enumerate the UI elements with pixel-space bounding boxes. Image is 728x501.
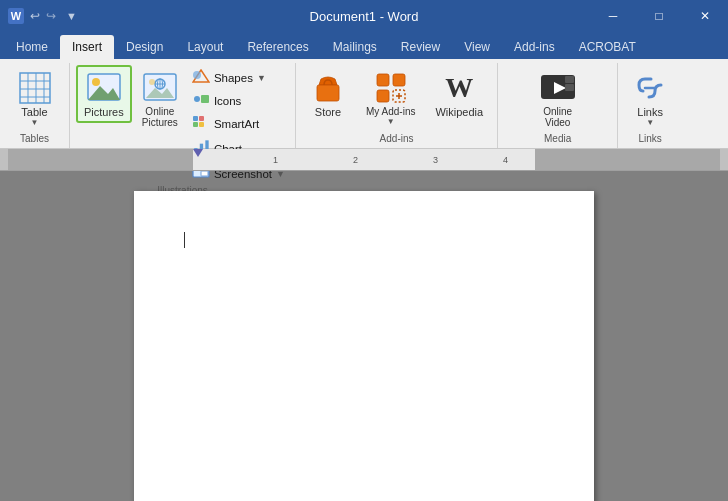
table-grid-svg	[18, 71, 52, 105]
word-icon: W	[8, 8, 24, 24]
media-content: OnlineVideo	[532, 65, 584, 133]
tab-addins[interactable]: Add-ins	[502, 35, 567, 59]
tables-group-label: Tables	[20, 133, 49, 146]
svg-rect-30	[317, 85, 339, 101]
close-btn[interactable]: ✕	[682, 0, 728, 32]
table-icon	[17, 70, 53, 106]
shapes-arrow: ▼	[257, 73, 266, 83]
table-label: Table	[21, 106, 47, 118]
document-area	[0, 171, 728, 501]
ribbon-group-links: Links ▼ Links	[618, 63, 682, 148]
svg-rect-21	[193, 116, 198, 121]
shapes-button[interactable]: Shapes ▼	[188, 67, 289, 89]
tab-layout[interactable]: Layout	[175, 35, 235, 59]
pictures-icon	[86, 70, 122, 106]
addins-content: Store My Add-ins ▼	[302, 65, 491, 133]
svg-point-15	[149, 79, 155, 85]
store-icon	[310, 70, 346, 106]
tab-view[interactable]: View	[452, 35, 502, 59]
online-pictures-button[interactable]: OnlinePictures	[134, 65, 186, 133]
links-icon	[632, 70, 668, 106]
links-button[interactable]: Links ▼	[624, 65, 676, 132]
smartart-label: SmartArt	[214, 118, 259, 130]
shapes-svg	[192, 69, 210, 83]
title-bar: W ↩ ↪ ▼ Document1 - Word ─ □ ✕	[0, 0, 728, 32]
links-content: Links ▼	[624, 65, 676, 133]
window-controls: ─ □ ✕	[590, 0, 728, 32]
tab-design[interactable]: Design	[114, 35, 175, 59]
tab-acrobat[interactable]: ACROBAT	[567, 35, 648, 59]
my-addins-svg	[374, 71, 408, 105]
my-addins-button[interactable]: My Add-ins ▼	[358, 65, 423, 131]
svg-rect-24	[199, 122, 204, 127]
table-arrow: ▼	[31, 118, 39, 127]
svg-rect-20	[201, 95, 209, 103]
ruler-bg: 1 2 3 4	[8, 149, 720, 170]
online-pictures-label: OnlinePictures	[142, 106, 178, 128]
icons-svg	[192, 92, 210, 106]
document-page[interactable]	[134, 191, 594, 501]
pictures-svg	[86, 70, 122, 106]
svg-point-19	[194, 96, 200, 102]
ribbon: Table ▼ Tables Pictures	[0, 59, 728, 149]
icons-label: Icons	[214, 95, 242, 107]
links-label: Links	[637, 106, 663, 118]
online-video-svg	[540, 73, 576, 103]
ribbon-group-illustrations: Pictures OnlinePictures	[70, 63, 296, 148]
tab-mailings[interactable]: Mailings	[321, 35, 389, 59]
text-cursor	[184, 232, 185, 248]
ruler-left-margin	[8, 149, 193, 170]
ribbon-group-tables: Table ▼ Tables	[0, 63, 70, 148]
store-label: Store	[315, 106, 341, 118]
store-button[interactable]: Store	[302, 65, 354, 123]
links-svg	[633, 71, 667, 105]
addins-group-label: Add-ins	[380, 133, 414, 146]
title-text: Document1 - Word	[310, 9, 419, 24]
my-addins-icon	[373, 70, 409, 106]
my-addins-arrow: ▼	[387, 117, 395, 126]
links-arrow: ▼	[646, 118, 654, 127]
shapes-label: Shapes	[214, 72, 253, 84]
online-pictures-svg	[142, 70, 178, 106]
wikipedia-label: Wikipedia	[435, 106, 483, 118]
tab-references[interactable]: References	[235, 35, 320, 59]
icons-button[interactable]: Icons	[188, 90, 289, 112]
pictures-button[interactable]: Pictures	[76, 65, 132, 123]
tab-home[interactable]: Home	[4, 35, 60, 59]
smartart-button[interactable]: SmartArt	[188, 113, 289, 135]
shapes-icon	[192, 69, 210, 87]
media-group-label: Media	[544, 133, 571, 146]
maximize-btn[interactable]: □	[636, 0, 682, 32]
smartart-svg	[192, 115, 210, 129]
pictures-label: Pictures	[84, 106, 124, 118]
online-pictures-icon	[142, 70, 178, 106]
svg-rect-29	[201, 171, 208, 176]
tables-content: Table ▼	[9, 65, 61, 133]
svg-rect-39	[565, 76, 574, 83]
minimize-btn[interactable]: ─	[590, 0, 636, 32]
table-button[interactable]: Table ▼	[9, 65, 61, 132]
svg-rect-33	[393, 74, 405, 86]
smartart-icon	[192, 115, 210, 133]
svg-rect-32	[377, 90, 389, 102]
icons-icon	[192, 92, 210, 110]
indent-marker[interactable]	[193, 149, 203, 157]
online-video-button[interactable]: OnlineVideo	[532, 65, 584, 133]
svg-point-8	[92, 78, 100, 86]
svg-point-18	[193, 71, 201, 79]
tab-review[interactable]: Review	[389, 35, 452, 59]
store-svg	[311, 71, 345, 105]
undo-btn[interactable]: ↩	[30, 9, 40, 23]
tab-insert[interactable]: Insert	[60, 35, 114, 59]
ruler-ticks: 1 2 3 4	[193, 149, 535, 170]
wikipedia-button[interactable]: W Wikipedia	[427, 65, 491, 123]
wiki-w-letter: W	[445, 72, 473, 104]
links-group-label: Links	[638, 133, 661, 146]
redo-btn[interactable]: ↪	[46, 9, 56, 23]
ribbon-group-media: OnlineVideo Media	[498, 63, 618, 148]
title-bar-left: W ↩ ↪ ▼	[8, 8, 77, 24]
wikipedia-icon: W	[441, 70, 477, 106]
online-video-label: OnlineVideo	[543, 106, 572, 128]
svg-rect-22	[199, 116, 204, 121]
svg-rect-31	[377, 74, 389, 86]
